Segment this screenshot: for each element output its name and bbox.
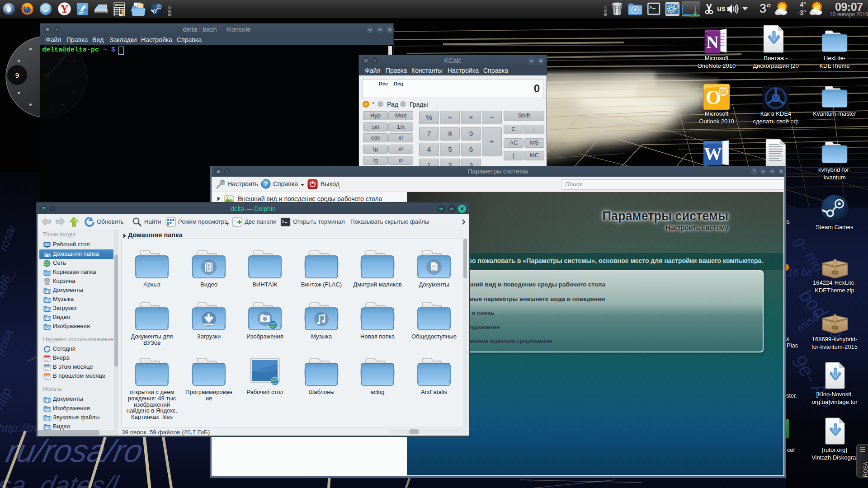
svg-text:N: N bbox=[706, 33, 718, 52]
svg-text:W: W bbox=[704, 143, 722, 164]
svg-text:?: ? bbox=[264, 180, 268, 188]
svg-text:?: ? bbox=[753, 169, 755, 174]
svg-text:8:14: 8:14 bbox=[118, 4, 123, 7]
svg-text:9: 9 bbox=[15, 71, 19, 79]
svg-text:Y: Y bbox=[60, 3, 68, 15]
